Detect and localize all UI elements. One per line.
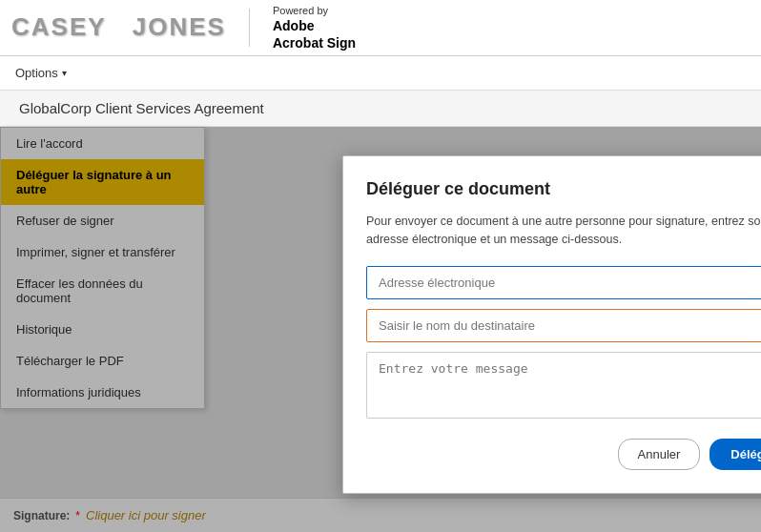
email-input[interactable]	[366, 266, 761, 299]
options-label: Options	[15, 66, 58, 80]
main-area: Lire l'accord Déléguer la signature à un…	[0, 127, 761, 532]
chevron-down-icon: ▾	[62, 68, 67, 78]
options-menu-button[interactable]: Options ▾	[8, 62, 74, 84]
modal-header: Déléguer ce document ×	[366, 179, 761, 199]
logo-area: CASEY JONES Powered by Adobe Acrobat Sig…	[11, 4, 356, 52]
cancel-button[interactable]: Annuler	[618, 439, 701, 470]
logo-divider	[249, 9, 250, 47]
recipient-name-input[interactable]	[366, 309, 761, 342]
powered-by-area: Powered by Adobe Acrobat Sign	[273, 4, 356, 52]
header: CASEY JONES Powered by Adobe Acrobat Sig…	[0, 0, 761, 56]
powered-label: Powered by	[273, 4, 356, 17]
navbar: Options ▾	[0, 56, 761, 91]
modal-title: Déléguer ce document	[366, 179, 550, 199]
page-title: GlobalCorp Client Services Agreement	[19, 100, 264, 116]
logo-part2: JONES	[133, 12, 226, 41]
delegate-button[interactable]: Déléguer	[710, 439, 761, 470]
delegate-modal: Déléguer ce document × Pour envoyer ce d…	[342, 155, 761, 494]
title-bar: GlobalCorp Client Services Agreement	[0, 91, 761, 127]
modal-footer: Annuler Déléguer	[366, 439, 761, 470]
message-textarea[interactable]	[366, 352, 761, 419]
logo-part1: CASEY	[11, 12, 106, 41]
brand-name: Adobe Acrobat Sign	[273, 17, 356, 51]
modal-description: Pour envoyer ce document à une autre per…	[366, 213, 761, 249]
logo: CASEY JONES	[11, 12, 226, 42]
